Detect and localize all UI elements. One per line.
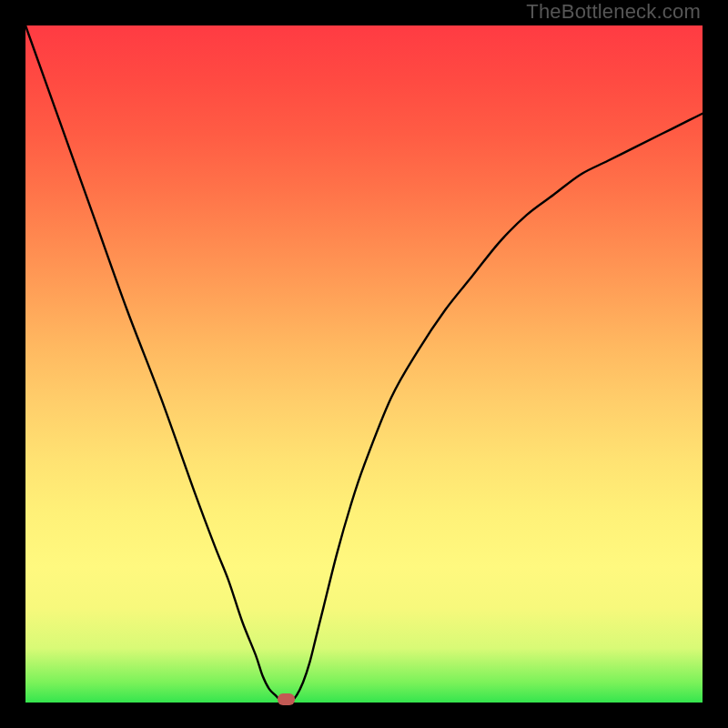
chart-frame: TheBottleneck.com [0,0,728,728]
plot-area [25,25,703,703]
curve-svg [25,25,703,703]
bottleneck-curve-path [25,25,703,703]
minimum-marker [278,693,295,705]
watermark-text: TheBottleneck.com [526,0,701,24]
